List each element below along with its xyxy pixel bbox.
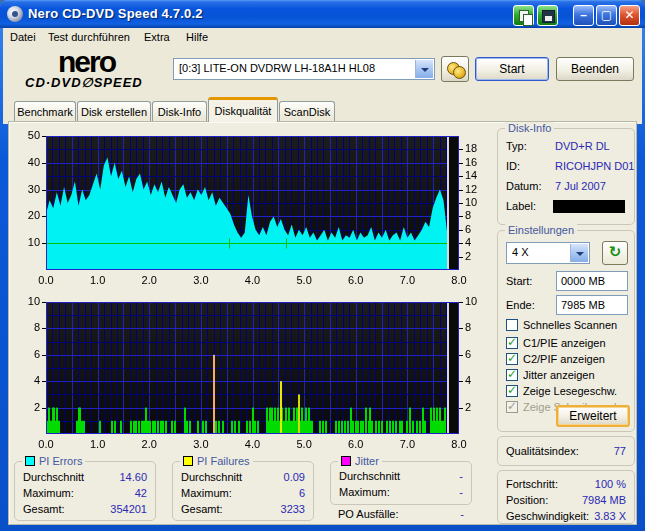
minimize-button[interactable]: – <box>573 5 594 26</box>
jitter-caption: Jitter <box>338 455 382 467</box>
title-bar[interactable]: Nero CD-DVD Speed 4.7.0.2 – ▢ ✕ <box>0 0 645 28</box>
pi-errors-stats-group: PI Errors Durchschnitt 14.60 Maximum: 42… <box>14 461 156 521</box>
quality-index-label: Qualitätsindex: <box>506 445 579 457</box>
stat-label: Durchschnitt <box>23 471 84 483</box>
checkbox-box[interactable]: ✓ <box>506 369 518 381</box>
stat-value: 6 <box>299 487 305 499</box>
refresh-speeds-button[interactable]: ↻ <box>602 241 628 265</box>
pi-errors-caption: PI Errors <box>22 455 85 467</box>
pi-failures-caption: PI Failures <box>180 455 253 467</box>
app-window: Nero CD-DVD Speed 4.7.0.2 – ▢ ✕ Datei Te… <box>0 0 645 531</box>
position-label: Position: <box>506 494 548 506</box>
menu-hilfe[interactable]: Hilfe <box>184 31 210 46</box>
stat-label: Maximum: <box>181 487 232 499</box>
disk-info-group: Disk-Info Typ: DVD+R DL ID: RICOHJPN D01… <box>497 128 635 225</box>
start-button[interactable]: Start <box>475 57 549 81</box>
window-title: Nero CD-DVD Speed 4.7.0.2 <box>28 6 203 21</box>
checkbox-label: C1/PIE anzeigen <box>523 337 606 349</box>
check-icon: ✓ <box>507 335 517 349</box>
speed-label: Geschwindigkeit: <box>506 510 589 522</box>
stat-value: 354201 <box>110 503 147 515</box>
stat-value: 42 <box>135 487 147 499</box>
advanced-button[interactable]: Erweitert <box>556 405 630 427</box>
speed-select-value: 4 X <box>512 246 529 258</box>
settings-group: Einstellungen 4 X ↻ Start: Ende: Schnell… <box>497 230 635 432</box>
disk-id-label: ID: <box>506 160 520 172</box>
stat-label: Gesamt: <box>23 503 65 515</box>
po-failures-value: - <box>440 508 464 520</box>
drive-select[interactable]: [0:3] LITE-ON DVDRW LH-18A1H HL08 <box>173 58 435 80</box>
position-value: 7984 MB <box>582 494 626 506</box>
check-icon: ✓ <box>507 383 517 397</box>
chevron-down-icon[interactable] <box>415 60 433 78</box>
checkbox-box[interactable] <box>506 319 518 331</box>
app-disc-icon <box>7 6 23 22</box>
check-icon: ✓ <box>507 399 517 413</box>
pi-failures-chart <box>14 296 486 452</box>
disk-label-label: Label: <box>506 200 536 212</box>
checkbox-box[interactable]: ✓ <box>506 385 518 397</box>
menu-test-durchfuehren[interactable]: Test durchführen <box>46 31 132 46</box>
chevron-down-icon[interactable] <box>570 244 588 262</box>
pi-failures-stats-group: PI Failures Durchschnitt 0.09 Maximum: 6… <box>172 461 314 521</box>
tab-disk-erstellen[interactable]: Disk erstellen <box>77 101 151 122</box>
quit-button[interactable]: Beenden <box>556 57 634 81</box>
stat-label: Maximum: <box>23 487 74 499</box>
speed-select[interactable]: 4 X <box>506 242 590 264</box>
refresh-icon: ↻ <box>609 243 622 260</box>
maximize-button[interactable]: ▢ <box>596 5 617 26</box>
start-mb-label: Start: <box>506 275 532 287</box>
menu-extra[interactable]: Extra <box>142 31 172 46</box>
eject-disc-button[interactable] <box>441 56 469 82</box>
close-button[interactable]: ✕ <box>619 5 640 26</box>
disc-icon <box>453 66 466 79</box>
quality-index-group: Qualitätsindex: 77 <box>497 436 635 466</box>
pi-errors-chart <box>14 130 486 288</box>
pi-failures-swatch-icon <box>183 456 193 466</box>
checkbox-box[interactable]: ✓ <box>506 337 518 349</box>
po-failures-label: PO Ausfälle: <box>338 508 399 520</box>
stat-value: 14.60 <box>119 471 147 483</box>
nero-logo-subtitle: CD·DVD∅SPEED <box>25 75 143 90</box>
stat-value: - <box>459 486 463 498</box>
copy-graph-button[interactable] <box>513 5 534 26</box>
progress-label: Fortschritt: <box>506 478 558 490</box>
stat-value: 3233 <box>281 503 305 515</box>
disk-datum-value: 7 Jul 2007 <box>555 180 606 192</box>
tab-disk-info[interactable]: Disk-Info <box>152 101 207 122</box>
tab-diskqualitaet[interactable]: Diskqualität <box>208 97 278 122</box>
disk-datum-label: Datum: <box>506 180 541 192</box>
end-mb-field[interactable] <box>556 295 628 315</box>
stat-label: Gesamt: <box>181 503 223 515</box>
nero-logo: nero <box>58 48 115 76</box>
jitter-stats-group: Jitter Durchschnitt - Maximum: - <box>330 461 472 505</box>
checkbox-box[interactable]: ✓ <box>506 353 518 365</box>
checkbox-label: C2/PIF anzeigen <box>523 353 605 365</box>
settings-caption: Einstellungen <box>505 224 577 236</box>
stat-label: Durchschnitt <box>339 470 400 482</box>
toolbar: nero CD·DVD∅SPEED [0:3] LITE-ON DVDRW LH… <box>3 48 642 98</box>
menu-datei[interactable]: Datei <box>8 31 38 46</box>
checkbox-label: Schnelles Scannen <box>523 319 617 331</box>
checkbox-label: Jitter anzeigen <box>523 369 595 381</box>
checkbox-label: Zeige Lesegeschw. <box>523 385 617 397</box>
check-icon: ✓ <box>507 367 517 381</box>
disk-typ-label: Typ: <box>506 140 527 152</box>
speed-value: 3.83 X <box>594 510 626 522</box>
progress-group: Fortschritt: 100 % Position: 7984 MB Ges… <box>497 470 635 524</box>
checkbox-box: ✓ <box>506 401 518 413</box>
tab-benchmark[interactable]: Benchmark <box>14 101 76 122</box>
stat-label: Maximum: <box>339 486 390 498</box>
quality-index-value: 77 <box>614 445 626 457</box>
disk-info-caption: Disk-Info <box>505 122 554 134</box>
save-graph-button[interactable] <box>537 5 558 26</box>
pi-errors-swatch-icon <box>25 456 35 466</box>
start-mb-field[interactable] <box>556 271 628 291</box>
stat-value: - <box>459 470 463 482</box>
stat-value: 0.09 <box>284 471 305 483</box>
disk-id-value: RICOHJPN D01 <box>555 160 634 172</box>
drive-select-value: [0:3] LITE-ON DVDRW LH-18A1H HL08 <box>179 62 375 74</box>
tab-strip: Benchmark Disk erstellen Disk-Info Diskq… <box>3 96 642 124</box>
tab-scandisk[interactable]: ScanDisk <box>279 101 335 122</box>
jitter-swatch-icon <box>341 456 351 466</box>
